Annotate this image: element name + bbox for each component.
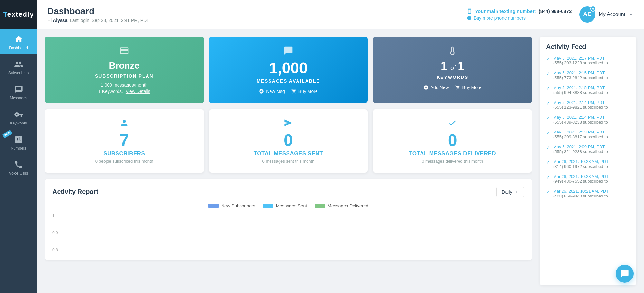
sidebar: Textedly Dashboard Subscribers Messages … (0, 0, 37, 293)
legend-item-messages-delivered: Messages Delivered (315, 203, 368, 208)
feed-text-1: (555) 773-2842 subscribed to (553, 75, 608, 80)
sidebar-item-dashboard-label: Dashboard (9, 46, 28, 50)
subscribers-number: 7 (119, 132, 129, 149)
activity-feed-title: Activity Feed (546, 43, 630, 50)
feed-text-3: (555) 123-9821 subscribed to (553, 105, 608, 110)
chat-bubble-icon (620, 269, 629, 278)
feed-item-2: ✓ May 5, 2021. 2:15 PM, PDT (555) 994-38… (546, 85, 630, 95)
keywords-label: KEYWORDS (437, 75, 468, 80)
daily-filter-dropdown[interactable]: Daily (496, 187, 524, 197)
feed-check-icon-9: ✓ (546, 189, 550, 195)
new-badge: NEW (2, 130, 12, 139)
legend-label-messages-sent: Messages Sent (276, 203, 307, 208)
messages-count: 1,000 (269, 60, 308, 76)
messages-delivered-sub: 0 messages delivered this month (422, 159, 483, 164)
dashboard-main: Bronze SUBSCRIPTION PLAN 1,000 messages/… (45, 37, 532, 285)
view-details-link[interactable]: View Details (126, 89, 150, 94)
add-circle-outline-icon (423, 85, 429, 90)
sidebar-item-numbers-label: Numbers (11, 146, 26, 151)
avatar: AC 0 (579, 6, 595, 23)
plan-keywords: 1 Keywords. View Details (98, 89, 150, 94)
last-login-value: Sep 28, 2021. 2:41 PM, PDT (92, 18, 149, 23)
sidebar-item-dashboard[interactable]: Dashboard (0, 29, 37, 54)
dropdown-chevron-icon (514, 190, 519, 194)
keywords-count: 1 (441, 60, 447, 73)
subscriber-stat-icon (120, 118, 129, 129)
plan-card-icon (119, 46, 129, 57)
sidebar-item-messages-label: Messages (10, 96, 27, 100)
y-label-08: 0.8 (52, 248, 60, 252)
sidebar-item-subscribers-label: Subscribers (8, 71, 29, 75)
sidebar-item-voice-calls[interactable]: Voice Calls (0, 154, 37, 179)
chart-y-labels: 1 0.9 0.8 (52, 214, 62, 252)
messages-sent-sub: 0 messages sent this month (262, 159, 315, 164)
feed-time-6: May 5, 2021. 2:09 PM, PDT (553, 144, 608, 149)
feed-text-4: (555) 439-8238 subscribed to (553, 120, 608, 124)
account-area[interactable]: AC 0 My Account (579, 6, 634, 23)
chat-icon (283, 46, 293, 56)
add-circle-icon (259, 89, 264, 94)
check-icon (448, 118, 457, 127)
avatar-initials: AC (583, 11, 592, 18)
activity-report: Activity Report Daily New Subscribers Me… (45, 179, 532, 260)
chat-button[interactable] (616, 265, 634, 283)
chart-legend: New Subscribers Messages Sent Messages D… (52, 203, 524, 208)
sidebar-item-keywords-label: Keywords (10, 121, 27, 125)
feed-text-8: (949) 480-7552 subscribed to (553, 179, 609, 184)
new-msg-label: New Msg (266, 89, 285, 94)
messages-available-card: 1,000 MESSAGES AVAILABLE New Msg Buy Mor… (209, 37, 368, 103)
feed-item-6: ✓ May 5, 2021. 2:09 PM, PDT (555) 321-92… (546, 144, 630, 154)
sidebar-item-subscribers[interactable]: Subscribers (0, 54, 37, 79)
feed-check-icon-7: ✓ (546, 160, 550, 165)
chart-area: 1 0.9 0.8 (52, 214, 524, 252)
messages-delivered-stat-icon (448, 118, 457, 129)
grid-line-mid (62, 233, 524, 233)
person-icon (120, 118, 129, 127)
last-login-label: ! Last login: (67, 18, 92, 23)
new-msg-button[interactable]: New Msg (259, 89, 285, 94)
plan-messages: 1,000 messages/month (101, 82, 148, 87)
plus-circle-icon (467, 15, 472, 21)
feed-check-icon-2: ✓ (546, 86, 550, 91)
feed-check-icon-4: ✓ (546, 115, 550, 121)
main-number-line: Your main texting number: (844) 968-0872 (467, 8, 572, 14)
messages-sent-stat-card: 0 TOTAL MESSAGES SENT 0 messages sent th… (209, 109, 368, 173)
buy-more-numbers[interactable]: Buy more phone numbers (467, 15, 572, 21)
page-body: Bronze SUBSCRIPTION PLAN 1,000 messages/… (37, 29, 644, 293)
buy-more-messages-button[interactable]: Buy More (291, 89, 318, 94)
subscribers-stat-card: 7 SUBSCRIBERS 0 people subscribed this m… (45, 109, 204, 173)
feed-item-9: ✓ Mar 26, 2021. 10:21 AM, PDT (408) 858-… (546, 189, 630, 198)
feed-item-7: ✓ Mar 26, 2021. 10:23 AM, PDT (314) 960-… (546, 159, 630, 169)
buy-more-keywords-button[interactable]: Buy More (455, 85, 482, 90)
feed-check-icon-8: ✓ (546, 175, 550, 180)
plan-label: SUBSCRIPTION PLAN (95, 73, 154, 78)
feed-check-icon-6: ✓ (546, 145, 550, 150)
sidebar-item-messages[interactable]: Messages (0, 79, 37, 104)
sidebar-item-numbers[interactable]: NEW Numbers (0, 129, 37, 154)
legend-color-messages-delivered (315, 204, 325, 208)
keywords-of: of (450, 64, 458, 71)
cart-keywords-icon (455, 85, 460, 90)
grid-line-bottom (62, 252, 524, 252)
plan-name: Bronze (109, 60, 139, 71)
messages-delivered-label: TOTAL MESSAGES DELIVERED (409, 151, 496, 157)
legend-item-messages-sent: Messages Sent (263, 203, 307, 208)
feed-time-1: May 5, 2021. 2:15 PM, PDT (553, 70, 608, 75)
add-new-keyword-button[interactable]: Add New (423, 85, 449, 90)
feed-text-7: (314) 960-1972 subscribed to (553, 164, 609, 169)
feed-item-3: ✓ May 5, 2021. 2:14 PM, PDT (555) 123-98… (546, 100, 630, 110)
sidebar-item-keywords[interactable]: Keywords (0, 104, 37, 129)
grid-line-top (62, 214, 524, 214)
feed-time-2: May 5, 2021. 2:15 PM, PDT (553, 85, 608, 90)
buy-more-messages-label: Buy More (298, 89, 318, 94)
account-label: My Account (599, 12, 625, 17)
greeting-text: Hi (47, 18, 53, 23)
feed-time-5: May 5, 2021. 2:13 PM, PDT (553, 130, 608, 134)
cart-icon (291, 89, 297, 94)
feed-check-icon-0: ✓ (546, 56, 550, 61)
activity-report-header: Activity Report Daily (52, 187, 524, 197)
feed-check-icon-1: ✓ (546, 71, 550, 76)
legend-label-messages-delivered: Messages Delivered (327, 203, 368, 208)
feed-check-icon-5: ✓ (546, 130, 550, 135)
daily-filter-label: Daily (502, 189, 512, 195)
